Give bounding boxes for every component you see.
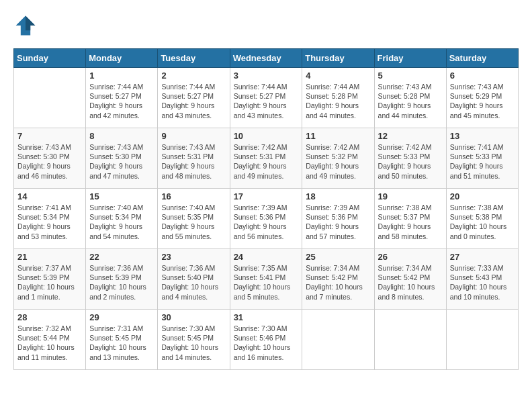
day-number: 22: [89, 252, 154, 262]
day-info: Sunrise: 7:44 AM Sunset: 5:27 PM Dayligh…: [161, 82, 226, 120]
day-number: 3: [234, 71, 299, 81]
weekday-thursday: Thursday: [302, 49, 374, 68]
day-number: 24: [234, 252, 299, 262]
logo: [13, 13, 40, 38]
day-info: Sunrise: 7:36 AM Sunset: 5:40 PM Dayligh…: [161, 263, 226, 302]
calendar-cell: 1Sunrise: 7:44 AM Sunset: 5:27 PM Daylig…: [86, 68, 158, 128]
day-info: Sunrise: 7:44 AM Sunset: 5:28 PM Dayligh…: [306, 82, 370, 120]
calendar-cell: 17Sunrise: 7:39 AM Sunset: 5:36 PM Dayli…: [230, 189, 302, 249]
calendar-cell: [14, 68, 86, 128]
calendar-table: SundayMondayTuesdayWednesdayThursdayFrid…: [13, 48, 519, 370]
day-number: 10: [234, 131, 299, 141]
day-info: Sunrise: 7:41 AM Sunset: 5:34 PM Dayligh…: [17, 203, 82, 241]
day-info: Sunrise: 7:34 AM Sunset: 5:42 PM Dayligh…: [378, 263, 443, 302]
calendar-cell: 20Sunrise: 7:38 AM Sunset: 5:38 PM Dayli…: [446, 189, 518, 249]
day-info: Sunrise: 7:36 AM Sunset: 5:39 PM Dayligh…: [89, 263, 154, 302]
day-info: Sunrise: 7:44 AM Sunset: 5:27 PM Dayligh…: [89, 82, 154, 120]
day-info: Sunrise: 7:43 AM Sunset: 5:28 PM Dayligh…: [378, 82, 443, 120]
day-info: Sunrise: 7:40 AM Sunset: 5:34 PM Dayligh…: [89, 203, 154, 241]
calendar-cell: [302, 310, 374, 370]
day-info: Sunrise: 7:42 AM Sunset: 5:32 PM Dayligh…: [306, 142, 370, 181]
day-info: Sunrise: 7:40 AM Sunset: 5:35 PM Dayligh…: [161, 203, 226, 241]
day-info: Sunrise: 7:30 AM Sunset: 5:45 PM Dayligh…: [161, 324, 226, 362]
week-row-4: 21Sunrise: 7:37 AM Sunset: 5:39 PM Dayli…: [14, 249, 519, 310]
day-number: 8: [89, 131, 154, 141]
week-row-1: 1Sunrise: 7:44 AM Sunset: 5:27 PM Daylig…: [14, 68, 519, 128]
weekday-sunday: Sunday: [14, 49, 86, 68]
day-number: 4: [306, 71, 370, 81]
calendar-cell: 30Sunrise: 7:30 AM Sunset: 5:45 PM Dayli…: [158, 310, 230, 370]
weekday-tuesday: Tuesday: [158, 49, 230, 68]
weekday-wednesday: Wednesday: [230, 49, 302, 68]
weekday-saturday: Saturday: [446, 49, 518, 68]
day-number: 28: [17, 312, 82, 322]
day-info: Sunrise: 7:39 AM Sunset: 5:36 PM Dayligh…: [234, 203, 299, 241]
week-row-5: 28Sunrise: 7:32 AM Sunset: 5:44 PM Dayli…: [14, 310, 519, 370]
day-number: 25: [306, 252, 370, 262]
day-number: 2: [161, 71, 226, 81]
calendar-cell: 9Sunrise: 7:43 AM Sunset: 5:31 PM Daylig…: [158, 128, 230, 189]
day-number: 1: [89, 71, 154, 81]
calendar-cell: 31Sunrise: 7:30 AM Sunset: 5:46 PM Dayli…: [230, 310, 302, 370]
calendar-cell: 3Sunrise: 7:44 AM Sunset: 5:27 PM Daylig…: [230, 68, 302, 128]
day-info: Sunrise: 7:42 AM Sunset: 5:33 PM Dayligh…: [378, 142, 443, 181]
weekday-friday: Friday: [374, 49, 446, 68]
day-info: Sunrise: 7:43 AM Sunset: 5:30 PM Dayligh…: [89, 142, 154, 181]
calendar-cell: 23Sunrise: 7:36 AM Sunset: 5:40 PM Dayli…: [158, 249, 230, 310]
day-number: 5: [378, 71, 443, 81]
day-number: 9: [161, 131, 226, 141]
calendar-cell: 4Sunrise: 7:44 AM Sunset: 5:28 PM Daylig…: [302, 68, 374, 128]
day-info: Sunrise: 7:37 AM Sunset: 5:39 PM Dayligh…: [17, 263, 82, 302]
calendar-cell: 16Sunrise: 7:40 AM Sunset: 5:35 PM Dayli…: [158, 189, 230, 249]
day-info: Sunrise: 7:31 AM Sunset: 5:45 PM Dayligh…: [89, 324, 154, 362]
calendar-cell: 5Sunrise: 7:43 AM Sunset: 5:28 PM Daylig…: [374, 68, 446, 128]
day-info: Sunrise: 7:41 AM Sunset: 5:33 PM Dayligh…: [450, 142, 515, 181]
calendar-cell: 14Sunrise: 7:41 AM Sunset: 5:34 PM Dayli…: [14, 189, 86, 249]
calendar-cell: 22Sunrise: 7:36 AM Sunset: 5:39 PM Dayli…: [86, 249, 158, 310]
day-info: Sunrise: 7:43 AM Sunset: 5:31 PM Dayligh…: [161, 142, 226, 181]
day-number: 12: [378, 131, 443, 141]
day-number: 30: [161, 312, 226, 322]
calendar-cell: 27Sunrise: 7:33 AM Sunset: 5:43 PM Dayli…: [446, 249, 518, 310]
calendar-cell: 25Sunrise: 7:34 AM Sunset: 5:42 PM Dayli…: [302, 249, 374, 310]
day-number: 18: [306, 191, 370, 201]
day-number: 6: [450, 71, 515, 81]
calendar-cell: 29Sunrise: 7:31 AM Sunset: 5:45 PM Dayli…: [86, 310, 158, 370]
calendar-cell: 11Sunrise: 7:42 AM Sunset: 5:32 PM Dayli…: [302, 128, 374, 189]
day-number: 27: [450, 252, 515, 262]
day-info: Sunrise: 7:43 AM Sunset: 5:30 PM Dayligh…: [17, 142, 82, 181]
weekday-header-row: SundayMondayTuesdayWednesdayThursdayFrid…: [14, 49, 519, 68]
calendar-cell: 28Sunrise: 7:32 AM Sunset: 5:44 PM Dayli…: [14, 310, 86, 370]
day-number: 11: [306, 131, 370, 141]
calendar-cell: 12Sunrise: 7:42 AM Sunset: 5:33 PM Dayli…: [374, 128, 446, 189]
calendar-cell: 21Sunrise: 7:37 AM Sunset: 5:39 PM Dayli…: [14, 249, 86, 310]
week-row-3: 14Sunrise: 7:41 AM Sunset: 5:34 PM Dayli…: [14, 189, 519, 249]
day-number: 29: [89, 312, 154, 322]
day-info: Sunrise: 7:32 AM Sunset: 5:44 PM Dayligh…: [17, 324, 82, 362]
day-number: 7: [17, 131, 82, 141]
logo-icon: [13, 13, 38, 38]
day-info: Sunrise: 7:43 AM Sunset: 5:29 PM Dayligh…: [450, 82, 515, 120]
svg-marker-1: [26, 16, 35, 31]
weekday-monday: Monday: [86, 49, 158, 68]
calendar-header: SundayMondayTuesdayWednesdayThursdayFrid…: [14, 49, 519, 68]
day-number: 16: [161, 191, 226, 201]
calendar-cell: 6Sunrise: 7:43 AM Sunset: 5:29 PM Daylig…: [446, 68, 518, 128]
day-number: 15: [89, 191, 154, 201]
calendar-cell: 24Sunrise: 7:35 AM Sunset: 5:41 PM Dayli…: [230, 249, 302, 310]
calendar-cell: 7Sunrise: 7:43 AM Sunset: 5:30 PM Daylig…: [14, 128, 86, 189]
calendar-cell: 19Sunrise: 7:38 AM Sunset: 5:37 PM Dayli…: [374, 189, 446, 249]
day-number: 26: [378, 252, 443, 262]
day-info: Sunrise: 7:33 AM Sunset: 5:43 PM Dayligh…: [450, 263, 515, 302]
day-info: Sunrise: 7:35 AM Sunset: 5:41 PM Dayligh…: [234, 263, 299, 302]
day-info: Sunrise: 7:30 AM Sunset: 5:46 PM Dayligh…: [234, 324, 299, 362]
day-info: Sunrise: 7:44 AM Sunset: 5:27 PM Dayligh…: [234, 82, 299, 120]
calendar-cell: 26Sunrise: 7:34 AM Sunset: 5:42 PM Dayli…: [374, 249, 446, 310]
day-number: 21: [17, 252, 82, 262]
day-number: 13: [450, 131, 515, 141]
day-number: 31: [234, 312, 299, 322]
calendar-cell: 2Sunrise: 7:44 AM Sunset: 5:27 PM Daylig…: [158, 68, 230, 128]
day-number: 19: [378, 191, 443, 201]
week-row-2: 7Sunrise: 7:43 AM Sunset: 5:30 PM Daylig…: [14, 128, 519, 189]
day-info: Sunrise: 7:38 AM Sunset: 5:37 PM Dayligh…: [378, 203, 443, 241]
